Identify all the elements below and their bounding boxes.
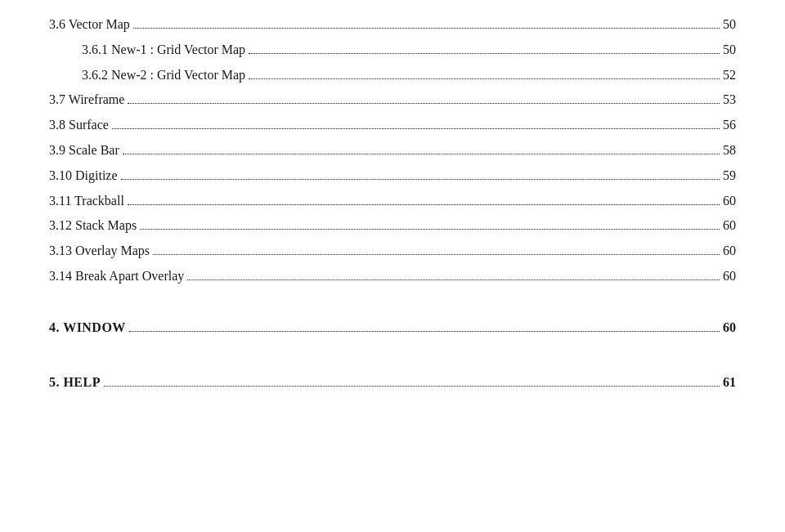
toc-page-3-12: 60 [723,216,736,236]
toc-entry-3-10: 3.10 Digitize 59 [49,166,736,186]
toc-entry-3-6-2: 3.6.2 New-2 : Grid Vector Map 52 [49,65,736,86]
toc-dots-4 [129,331,720,332]
toc-entry-3-9: 3.9 Scale Bar 58 [49,141,736,161]
toc-page-3-6: 50 [723,15,736,35]
toc-entry-3-13: 3.13 Overlay Maps 60 [49,241,736,262]
toc-dots-3-12 [140,229,720,230]
toc-page-3-9: 58 [723,141,736,161]
toc-entry-3-6-1: 3.6.1 New-1 : Grid Vector Map 50 [49,40,736,60]
toc-dots-3-6-1 [249,53,720,54]
toc-label-3-12: 3.12 Stack Maps [49,216,137,236]
toc-label-3-9: 3.9 Scale Bar [49,141,119,161]
toc-dots-3-10 [121,179,720,180]
toc-label-3-11: 3.11 Trackball [49,191,124,212]
toc-entry-3-7: 3.7 Wireframe 53 [49,90,736,110]
toc-dots-3-9 [123,154,720,154]
toc-page-3-14: 60 [723,266,736,287]
toc-page-3-6-1: 50 [723,40,736,60]
toc-label-3-6: 3.6 Vector Map [49,15,130,35]
toc-dots-3-11 [128,204,720,205]
toc-dots-3-13 [153,254,720,255]
toc-entry-5: 5. HELP 61 [49,373,736,393]
toc-label-3-14: 3.14 Break Apart Overlay [49,266,184,287]
toc-label-4: 4. WINDOW [49,318,126,338]
toc-label-3-8: 3.8 Surface [49,115,109,136]
toc-label-5: 5. HELP [49,373,101,393]
toc-page-3-8: 56 [723,115,736,136]
toc-page-3-10: 59 [723,166,736,186]
table-of-contents: 3.6 Vector Map 50 3.6.1 New-1 : Grid Vec… [49,15,736,392]
toc-dots-3-14 [187,279,720,280]
toc-page-3-7: 53 [723,90,736,110]
toc-dots-3-6 [133,28,720,29]
toc-page-4: 60 [723,318,736,338]
toc-page-3-6-2: 52 [723,65,736,86]
toc-page-3-13: 60 [723,241,736,262]
toc-entry-3-12: 3.12 Stack Maps 60 [49,216,736,236]
toc-entry-3-11: 3.11 Trackball 60 [49,191,736,212]
toc-label-3-7: 3.7 Wireframe [49,90,124,110]
toc-page-5: 61 [723,373,736,393]
toc-dots-3-7 [128,103,720,104]
toc-page-3-11: 60 [723,191,736,212]
toc-label-3-13: 3.13 Overlay Maps [49,241,150,262]
toc-entry-3-6: 3.6 Vector Map 50 [49,15,736,35]
toc-label-3-6-1: 3.6.1 New-1 : Grid Vector Map [82,40,245,60]
toc-dots-3-6-2 [249,78,720,79]
spacer-after-3 [49,292,736,303]
toc-label-3-10: 3.10 Digitize [49,166,118,186]
toc-label-3-6-2: 3.6.2 New-2 : Grid Vector Map [82,65,245,86]
toc-entry-4: 4. WINDOW 60 [49,318,736,338]
toc-entry-3-8: 3.8 Surface 56 [49,115,736,136]
spacer-after-4 [49,346,736,358]
toc-entry-3-14: 3.14 Break Apart Overlay 60 [49,266,736,287]
toc-dots-5 [104,386,720,387]
toc-dots-3-8 [112,128,720,129]
